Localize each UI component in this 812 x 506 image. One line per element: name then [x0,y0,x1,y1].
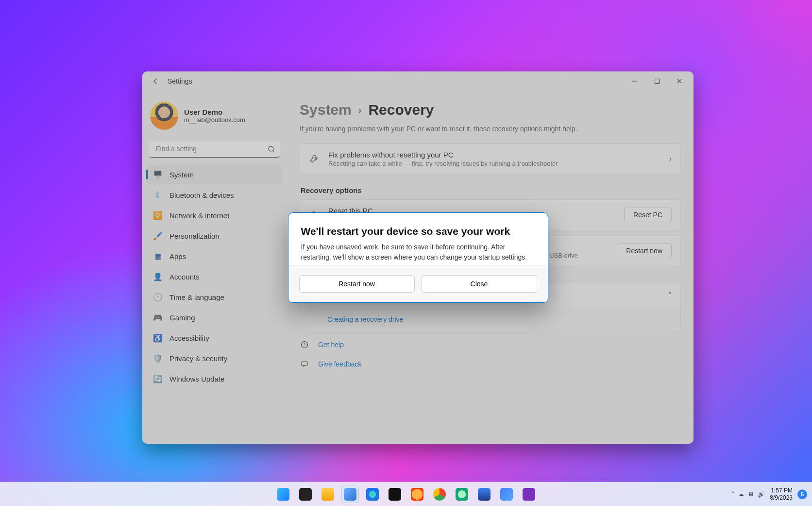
modal-overlay: We'll restart your device so save your w… [142,71,694,444]
edge-button[interactable] [364,486,381,503]
terminal-button[interactable] [386,486,404,503]
restart-dialog: We'll restart your device so save your w… [288,212,548,303]
dialog-close-button[interactable]: Close [422,275,537,293]
store-button[interactable] [475,486,493,503]
network-tray-icon[interactable]: 🖥 [748,491,754,498]
volume-icon[interactable]: 🔊 [758,491,765,498]
onedrive-icon[interactable]: ☁ [738,491,744,498]
taskview-button[interactable] [297,486,314,503]
settings-taskbar-button[interactable] [341,486,359,503]
taskbar: ˄ ☁ 🖥 🔊 1:57 PM 8/9/2023 5 [0,482,812,506]
time-text: 1:57 PM [770,487,793,494]
edge-canary-button[interactable] [453,486,471,503]
firefox-button[interactable] [408,486,426,503]
chrome-button[interactable] [431,486,448,503]
settings-window: Settings User Demo m__lab@outlook.com [142,71,694,444]
dialog-desc: If you have unsaved work, be sure to sav… [301,242,535,262]
start-button[interactable] [274,486,292,503]
tray-chevron-icon[interactable]: ˄ [731,491,734,498]
desktop: Settings User Demo m__lab@outlook.com [0,0,812,506]
system-tray: ˄ ☁ 🖥 🔊 1:57 PM 8/9/2023 5 [731,487,807,501]
taskbar-apps [274,486,538,503]
date-text: 8/9/2023 [770,494,793,501]
clock[interactable]: 1:57 PM 8/9/2023 [770,487,793,501]
explorer-button[interactable] [319,486,337,503]
onenote-button[interactable] [520,486,538,503]
dialog-restart-button[interactable]: Restart now [299,275,415,293]
todo-button[interactable] [498,486,515,503]
dialog-title: We'll restart your device so save your w… [301,226,535,237]
notification-badge[interactable]: 5 [797,489,807,499]
